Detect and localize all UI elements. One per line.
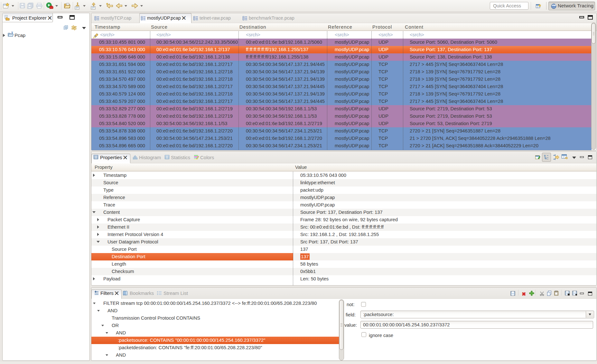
svg-text:T: T (11, 32, 13, 34)
